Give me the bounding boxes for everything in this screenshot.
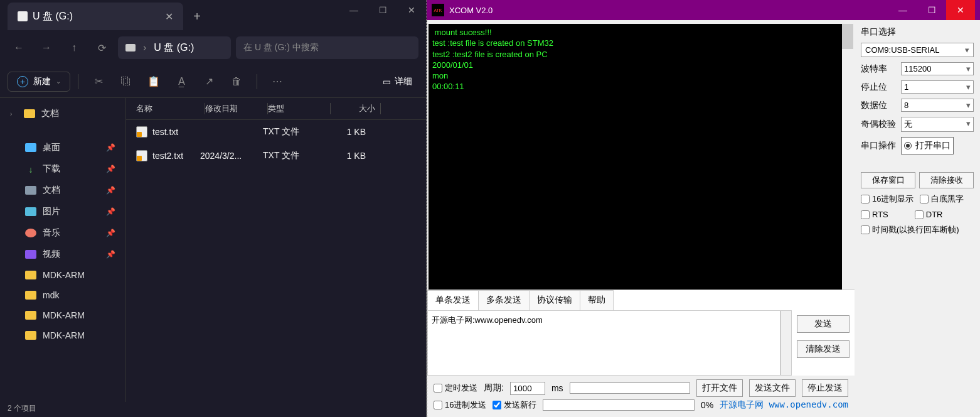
- tab-help[interactable]: 帮助: [580, 290, 614, 310]
- folder-icon: [24, 109, 35, 118]
- chevron-down-icon: ⌄: [56, 78, 61, 85]
- up-button[interactable]: ↑: [63, 36, 85, 59]
- timed-send-checkbox[interactable]: 定时发送: [434, 382, 477, 394]
- white-bg-checkbox[interactable]: 白底黑字: [920, 193, 964, 205]
- forward-button[interactable]: →: [35, 36, 58, 59]
- save-window-button[interactable]: 保存窗口: [861, 172, 915, 188]
- file-path-field[interactable]: [570, 382, 690, 394]
- details-button[interactable]: ▭ 详细: [376, 72, 418, 91]
- clear-send-button[interactable]: 清除发送: [797, 340, 850, 358]
- tree-item-music[interactable]: 音乐📌: [3, 222, 123, 244]
- scrollbar[interactable]: [842, 24, 853, 290]
- delete-button[interactable]: 🗑: [224, 69, 249, 94]
- send-button[interactable]: 发送: [797, 315, 850, 333]
- dtr-checkbox[interactable]: DTR: [915, 210, 943, 219]
- file-row[interactable]: test.txt TXT 文件 1 KB: [126, 120, 426, 144]
- separator: [257, 74, 257, 89]
- serial-settings-panel: 串口选择 COM9:USB-SERIAL 波特率115200 停止位1 数据位8…: [855, 20, 980, 417]
- pin-icon[interactable]: 📌: [106, 229, 115, 237]
- minimize-button[interactable]: —: [888, 0, 917, 20]
- progress-bar: [543, 399, 694, 411]
- tree-item-folder[interactable]: MDK-ARM: [3, 265, 123, 285]
- baud-select[interactable]: 115200: [901, 62, 974, 75]
- hex-send-checkbox[interactable]: 16进制发送: [434, 399, 486, 411]
- tab-protocol[interactable]: 协议传输: [529, 290, 580, 310]
- progress-percent: 0%: [701, 400, 713, 410]
- tree-item-folder[interactable]: mdk: [3, 285, 123, 305]
- header-size[interactable]: 大小: [331, 103, 381, 114]
- port-select-label: 串口选择: [861, 26, 974, 38]
- period-input[interactable]: [510, 382, 545, 395]
- tree-item-folder[interactable]: MDK-ARM: [3, 325, 123, 345]
- scrollbar[interactable]: [780, 310, 792, 376]
- send-textarea[interactable]: 开源电子网:www.openedv.com: [427, 310, 780, 376]
- close-tab-icon[interactable]: ✕: [165, 11, 173, 23]
- rts-checkbox[interactable]: RTS: [861, 210, 888, 219]
- cut-button[interactable]: ✂: [86, 69, 111, 94]
- more-button[interactable]: ⋯: [265, 69, 290, 94]
- music-icon: [25, 229, 36, 237]
- open-port-button[interactable]: 打开串口: [901, 137, 954, 154]
- tree-item-documents[interactable]: 文档📌: [3, 180, 123, 201]
- stopbits-select[interactable]: 1: [901, 80, 974, 94]
- send-newline-checkbox[interactable]: 发送新行: [493, 399, 536, 411]
- footer-link[interactable]: 开源电子网 www.openedv.com: [720, 399, 848, 411]
- tree-item-downloads[interactable]: ↓下载📌: [3, 158, 123, 180]
- pin-icon[interactable]: 📌: [106, 165, 115, 173]
- maximize-button[interactable]: ☐: [368, 0, 397, 20]
- new-button[interactable]: + 新建 ⌄: [8, 72, 70, 92]
- send-area: 开源电子网:www.openedv.com 发送 清除发送: [427, 310, 855, 376]
- close-button[interactable]: ✕: [397, 0, 426, 20]
- new-label: 新建: [33, 76, 51, 87]
- explorer-tab[interactable]: U 盘 (G:) ✕: [8, 3, 183, 30]
- copy-button[interactable]: ⿻: [114, 69, 139, 94]
- header-name[interactable]: 名称: [136, 103, 205, 114]
- pin-icon[interactable]: 📌: [106, 250, 115, 259]
- body: › 文档 桌面📌 ↓下载📌 文档📌 图片📌 音乐📌 视频📌 MDK-ARM md…: [0, 98, 426, 402]
- close-button[interactable]: ✕: [946, 0, 975, 20]
- tree-item-desktop[interactable]: 桌面📌: [3, 137, 123, 158]
- tree-item-folder[interactable]: MDK-ARM: [3, 305, 123, 325]
- xcom-window: ATK XCOM V2.0 — ☐ ✕ mount sucess!!! test…: [427, 0, 980, 417]
- file-explorer-window: U 盘 (G:) ✕ + — ☐ ✕ ← → ↑ ⟳ › U 盘 (G:) 在 …: [0, 0, 427, 417]
- send-buttons: 发送 清除发送: [792, 310, 855, 376]
- pin-icon[interactable]: 📌: [106, 186, 115, 195]
- header-date[interactable]: 修改日期: [205, 103, 268, 114]
- stop-send-button[interactable]: 停止发送: [802, 379, 848, 397]
- video-icon: [25, 250, 36, 259]
- tree-item-pictures[interactable]: 图片📌: [3, 201, 123, 222]
- port-select[interactable]: COM9:USB-SERIAL: [861, 43, 974, 57]
- file-row[interactable]: test2.txt 2024/3/2... TXT 文件 1 KB: [126, 144, 426, 168]
- scroll-thumb[interactable]: [842, 24, 853, 49]
- open-file-button[interactable]: 打开文件: [696, 379, 743, 397]
- databits-select[interactable]: 8: [901, 99, 974, 112]
- rename-button[interactable]: A̲: [169, 69, 194, 94]
- text-file-icon: [136, 126, 147, 138]
- search-input[interactable]: 在 U 盘 (G:) 中搜索: [236, 36, 418, 59]
- header-type[interactable]: 类型: [268, 103, 331, 114]
- clear-receive-button[interactable]: 清除接收: [919, 172, 974, 188]
- new-tab-button[interactable]: +: [183, 3, 211, 30]
- back-button[interactable]: ←: [8, 36, 30, 59]
- drive-icon: [18, 11, 28, 21]
- refresh-button[interactable]: ⟳: [90, 36, 113, 59]
- share-button[interactable]: ↗: [196, 69, 221, 94]
- parity-select[interactable]: 无: [901, 117, 974, 132]
- timestamp-checkbox[interactable]: 时间戳(以换行回车断帧): [861, 224, 974, 236]
- pin-icon[interactable]: 📌: [106, 143, 115, 152]
- send-file-button[interactable]: 发送文件: [749, 379, 796, 397]
- tab-multi-send[interactable]: 多条发送: [478, 290, 530, 310]
- paste-button[interactable]: 📋: [141, 69, 166, 94]
- radio-icon: [904, 142, 912, 149]
- hex-display-checkbox[interactable]: 16进制显示: [861, 193, 913, 205]
- tree-item-docs-top[interactable]: › 文档: [3, 103, 123, 124]
- app-title: XCOM V2.0: [449, 6, 493, 15]
- tree-item-videos[interactable]: 视频📌: [3, 244, 123, 265]
- terminal-output[interactable]: mount sucess!!! test :test file is creat…: [429, 24, 853, 290]
- maximize-button[interactable]: ☐: [917, 0, 946, 20]
- pin-icon[interactable]: 📌: [106, 207, 115, 216]
- minimize-button[interactable]: —: [339, 0, 368, 20]
- tab-single-send[interactable]: 单条发送: [427, 290, 479, 310]
- breadcrumb[interactable]: › U 盘 (G:): [118, 36, 231, 59]
- app-logo-icon: ATK: [432, 4, 444, 16]
